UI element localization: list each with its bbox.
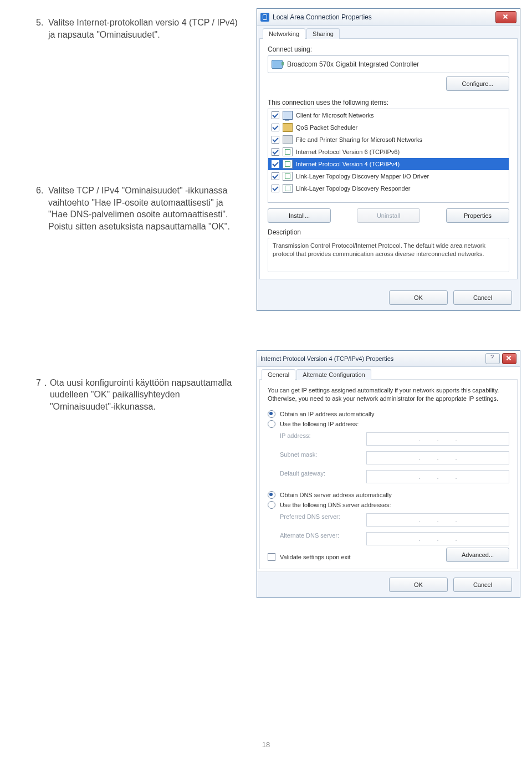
radio-use-following-dns[interactable]: Use the following DNS server addresses: (268, 501, 509, 509)
step-6-text: Valitse TCP / IPv4 "Ominaisuudet" -ikkun… (48, 185, 241, 232)
step-5: 5. Valitse Internet-protokollan versio 4… (36, 17, 241, 40)
checkbox-icon[interactable] (272, 111, 279, 119)
items-caption: This connection uses the following items… (268, 99, 509, 106)
install-button[interactable]: Install... (268, 208, 331, 223)
ipv4-title: Internet Protocol Version 4 (TCP/IPv4) P… (260, 355, 393, 362)
shield-icon (260, 13, 269, 22)
radio-obtain-ip-auto[interactable]: Obtain an IP address automatically (268, 410, 509, 418)
adapter-field: Broadcom 570x Gigabit Integrated Control… (268, 55, 509, 73)
checkbox-icon[interactable] (272, 172, 279, 180)
radio-obtain-dns-auto[interactable]: Obtain DNS server address automatically (268, 491, 509, 499)
ok-button[interactable]: OK (389, 578, 448, 592)
protocol-icon (283, 147, 293, 156)
help-button[interactable] (485, 353, 500, 364)
tab-general[interactable]: General (262, 369, 295, 380)
protocol-icon (283, 160, 293, 168)
checkbox-icon[interactable] (272, 136, 279, 144)
preferred-dns-label: Preferred DNS server: (280, 513, 357, 527)
radio-label: Use the following IP address: (280, 421, 359, 427)
checkbox-icon[interactable] (272, 148, 279, 156)
lac-titlebar: Local Area Connection Properties (257, 9, 520, 26)
tab-networking[interactable]: Networking (263, 28, 305, 39)
client-icon (283, 111, 293, 120)
advanced-button[interactable]: Advanced... (446, 548, 509, 562)
radio-dot-icon (268, 491, 275, 499)
radio-label: Use the following DNS server addresses: (280, 502, 391, 508)
step-7-text: Ota uusi konfigurointi käyttöön napsautt… (50, 377, 241, 413)
description-label: Description (268, 228, 509, 236)
ipv4-intro-text: You can get IP settings assigned automat… (268, 386, 509, 404)
step-7: 7． Ota uusi konfigurointi käyttöön napsa… (36, 377, 241, 413)
uninstall-button: Uninstall (357, 208, 420, 223)
connect-using-label: Connect using: (268, 45, 509, 53)
description-text: Transmission Control Protocol/Internet P… (268, 238, 509, 272)
ipv4-titlebar: Internet Protocol Version 4 (TCP/IPv4) P… (257, 351, 520, 367)
subnet-mask-field: ... (366, 451, 509, 464)
step-7-number: 7． (36, 377, 50, 413)
step-6: 6. Valitse TCP / IPv4 "Ominaisuudet" -ik… (36, 185, 241, 232)
instruction-column: 5. Valitse Internet-protokollan versio 4… (36, 17, 241, 412)
preferred-dns-field: ... (366, 513, 509, 527)
list-item[interactable]: Link-Layer Topology Discovery Mapper I/O… (268, 170, 509, 182)
alternate-dns-field: ... (366, 532, 509, 545)
properties-button[interactable]: Properties (446, 208, 509, 223)
radio-dot-icon (268, 420, 275, 428)
protocol-icon (283, 172, 293, 181)
ipv4-properties-dialog: Internet Protocol Version 4 (TCP/IPv4) P… (257, 350, 520, 598)
list-item[interactable]: QoS Packet Scheduler (268, 121, 509, 134)
general-panel: You can get IP settings assigned automat… (259, 379, 518, 569)
list-item-label: Link-Layer Topology Discovery Responder (296, 185, 410, 192)
step-5-number: 5. (36, 17, 48, 40)
alternate-dns-label: Alternate DNS server: (280, 532, 357, 545)
lac-properties-dialog: Local Area Connection Properties Network… (257, 8, 520, 311)
networking-panel: Connect using: Broadcom 570x Gigabit Int… (259, 38, 518, 279)
default-gateway-label: Default gateway: (280, 470, 357, 483)
lac-title: Local Area Connection Properties (273, 13, 372, 21)
checkbox-icon[interactable] (272, 185, 279, 192)
checkbox-icon[interactable] (272, 124, 279, 131)
ok-button[interactable]: OK (389, 290, 448, 305)
protocol-icon (283, 184, 293, 193)
cancel-button[interactable]: Cancel (453, 578, 512, 592)
tab-alternate-configuration[interactable]: Alternate Configuration (296, 369, 371, 380)
list-item-label: Link-Layer Topology Discovery Mapper I/O… (296, 173, 429, 180)
connection-items-list[interactable]: Client for Microsoft Networks QoS Packet… (268, 109, 509, 203)
step-5-text: Valitse Internet-protokollan versio 4 (T… (48, 17, 241, 40)
list-item-label: Client for Microsoft Networks (296, 112, 374, 119)
list-item-selected[interactable]: Internet Protocol Version 4 (TCP/IPv4) (268, 158, 509, 170)
list-item[interactable]: Internet Protocol Version 6 (TCP/IPv6) (268, 146, 509, 158)
radio-dot-icon (268, 501, 275, 509)
tab-sharing[interactable]: Sharing (306, 28, 340, 39)
list-item-label: QoS Packet Scheduler (296, 124, 357, 131)
list-item-label: Internet Protocol Version 6 (TCP/IPv6) (296, 149, 400, 155)
list-item-label: Internet Protocol Version 4 (TCP/IPv4) (296, 161, 400, 167)
printer-share-icon (283, 135, 293, 144)
page-number: 18 (0, 740, 532, 749)
default-gateway-field: ... (366, 470, 509, 483)
list-item[interactable]: Link-Layer Topology Discovery Responder (268, 182, 509, 195)
radio-label: Obtain DNS server address automatically (280, 492, 392, 498)
radio-label: Obtain an IP address automatically (280, 411, 374, 417)
radio-use-following-ip[interactable]: Use the following IP address: (268, 420, 509, 428)
close-button[interactable] (502, 353, 516, 364)
adapter-name: Broadcom 570x Gigabit Integrated Control… (287, 60, 419, 68)
list-item-label: File and Printer Sharing for Microsoft N… (296, 136, 422, 143)
ip-address-field: ... (366, 432, 509, 446)
checkbox-icon[interactable] (272, 160, 279, 168)
ip-address-label: IP address: (280, 432, 357, 446)
close-button[interactable] (495, 11, 516, 23)
list-item[interactable]: File and Printer Sharing for Microsoft N… (268, 134, 509, 146)
nic-icon (272, 60, 283, 69)
checkbox-icon[interactable] (268, 553, 275, 561)
validate-label: Validate settings upon exit (280, 554, 351, 560)
subnet-mask-label: Subnet mask: (280, 451, 357, 464)
qos-icon (283, 123, 293, 132)
cancel-button[interactable]: Cancel (453, 290, 512, 305)
radio-dot-icon (268, 410, 275, 418)
configure-button[interactable]: Configure... (446, 76, 509, 91)
step-6-number: 6. (36, 185, 48, 232)
list-item[interactable]: Client for Microsoft Networks (268, 109, 509, 121)
